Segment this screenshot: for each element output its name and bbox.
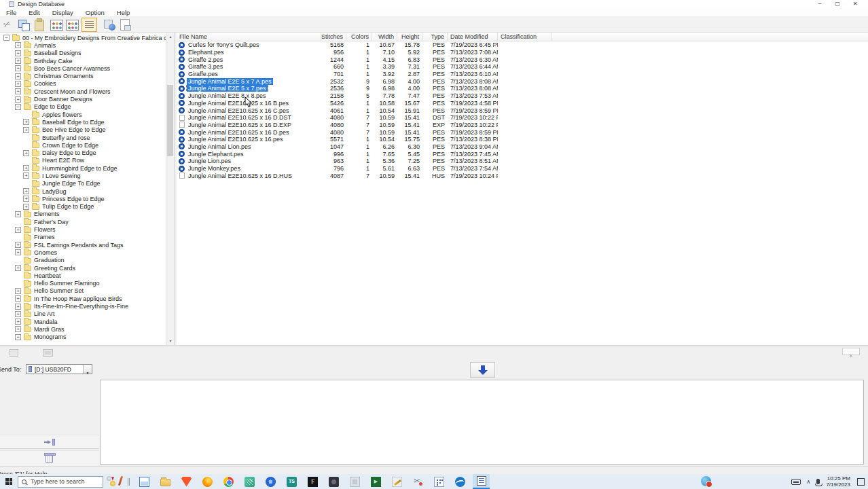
menu-option[interactable]: Option: [79, 9, 111, 16]
column-stitches[interactable]: Stitches: [321, 33, 346, 41]
menu-file[interactable]: File: [0, 9, 22, 16]
tree-item[interactable]: Butterfly and rose: [0, 134, 166, 141]
tree-item[interactable]: Cookies: [0, 80, 166, 88]
expand-toggle-icon[interactable]: [15, 242, 21, 248]
menu-help[interactable]: Help: [111, 9, 137, 16]
chrome-icon[interactable]: [220, 474, 237, 489]
file-row[interactable]: Jungle Monkey.pes 796 1 5.61 6.63 PES 7/…: [177, 165, 868, 173]
expand-toggle-icon[interactable]: [23, 150, 29, 156]
tree-item[interactable]: Line Art: [0, 310, 166, 318]
tree-item[interactable]: In The Hoop Raw applique Birds: [0, 295, 166, 302]
file-row[interactable]: Curles for Tony's Quilt.pes 5168 1 10.67…: [177, 41, 868, 49]
expand-toggle-icon[interactable]: [15, 96, 21, 103]
tree-item[interactable]: 00 - My Embroidery Designs From Creative…: [0, 34, 166, 41]
tree-item[interactable]: Crown Edge to Edge: [0, 141, 166, 149]
expand-toggle-icon[interactable]: [15, 50, 21, 56]
expand-toggle-icon[interactable]: [23, 204, 29, 210]
expand-toggle-icon[interactable]: [15, 319, 21, 325]
large-icons-view-icon[interactable]: [50, 20, 63, 31]
sewing-app-icon[interactable]: [452, 474, 469, 489]
expand-toggle-icon[interactable]: [15, 58, 21, 64]
stitch-app-icon[interactable]: [388, 474, 405, 489]
write-card-icon[interactable]: [10, 349, 18, 357]
cut-icon[interactable]: [2, 18, 15, 31]
expand-toggle-icon[interactable]: [15, 265, 21, 271]
tree-item[interactable]: Gnomes: [0, 249, 166, 256]
start-button[interactable]: [0, 474, 18, 489]
tree-item[interactable]: Door Banner Designs: [0, 95, 166, 103]
send-to-dropdown[interactable]: [D:] USB20FD: [26, 364, 92, 374]
embird-app-icon[interactable]: [431, 474, 448, 489]
ts-app-icon[interactable]: [283, 474, 300, 489]
scrollbar-thumb[interactable]: [167, 85, 173, 156]
expand-toggle-icon[interactable]: [15, 304, 21, 310]
file-row[interactable]: Jungle Animal E2E10.625 x 16 D.pes 4080 …: [177, 128, 868, 136]
expand-toggle-icon[interactable]: [15, 73, 21, 79]
tree-item[interactable]: Hello Summer Flamingo: [0, 280, 166, 287]
tree-item[interactable]: Frames: [0, 234, 166, 241]
details-view-icon[interactable]: [82, 18, 97, 32]
dropdown-arrow-icon[interactable]: [83, 365, 92, 374]
file-row[interactable]: Jungle Animal E2E 5 x 7 A.pes 2532 9 6.9…: [177, 77, 868, 85]
paste-icon[interactable]: [32, 18, 45, 31]
tree-item[interactable]: Christmas Ornaments: [0, 72, 166, 79]
network-globe-alert-icon[interactable]: [701, 476, 711, 486]
widgets-medal-icon[interactable]: [105, 475, 124, 488]
tree-item[interactable]: Tulip Edge to Edge: [0, 203, 166, 211]
tree-item[interactable]: Princess Edge to Edge: [0, 195, 166, 202]
expand-toggle-icon[interactable]: [15, 295, 21, 302]
expand-toggle-icon[interactable]: [3, 35, 10, 41]
tree-item[interactable]: FSL Earrings Pendants and Tags: [0, 241, 166, 249]
show-hidden-icons-chevron[interactable]: [807, 479, 811, 485]
expand-toggle-icon[interactable]: [23, 127, 29, 133]
expand-toggle-icon[interactable]: [23, 119, 29, 125]
tree-item[interactable]: I Love Sewing: [0, 172, 166, 179]
tree-item[interactable]: Jungle Edge To Edge: [0, 180, 166, 187]
file-row[interactable]: Jungle Animal E2E10.625 x 16 C.pes 4061 …: [177, 107, 868, 114]
tree-item[interactable]: Animals: [0, 41, 166, 49]
file-row[interactable]: Jungle Lion.pes 963 1 5.36 7.25 PES 7/13…: [177, 158, 868, 165]
column-width[interactable]: Width: [372, 33, 397, 41]
expand-toggle-icon[interactable]: [23, 173, 29, 179]
maximize-button[interactable]: [829, 0, 846, 7]
tree-item[interactable]: Daisy Edge to Edge: [0, 149, 166, 156]
tree-item[interactable]: Mandala: [0, 318, 166, 325]
send-to-device-button[interactable]: [0, 435, 98, 449]
scissors-app-icon[interactable]: [410, 474, 427, 489]
delete-button[interactable]: [0, 450, 98, 466]
taskbar-search-input[interactable]: Type here to search: [18, 476, 103, 488]
file-row[interactable]: Elephant.pes 956 1 7.10 5.92 PES 7/13/20…: [177, 49, 868, 56]
tree-item[interactable]: Greeting Cards: [0, 264, 166, 272]
menu-edit[interactable]: Edit: [22, 9, 46, 16]
expand-toggle-icon[interactable]: [15, 211, 21, 217]
brave-browser-icon[interactable]: [178, 474, 195, 489]
expand-toggle-icon[interactable]: [15, 288, 21, 294]
file-row[interactable]: Jungle Animal E2E10.625 x 16 D.EXP 4080 …: [177, 122, 868, 129]
column-classification[interactable]: Classification: [498, 33, 551, 41]
f-app-icon[interactable]: [304, 474, 321, 489]
blue-app-icon[interactable]: [262, 474, 279, 489]
expand-toggle-icon[interactable]: [15, 42, 21, 48]
send-down-button[interactable]: [470, 362, 495, 378]
minimize-button[interactable]: [811, 0, 829, 7]
tree-item[interactable]: Bee Hive Edge to Edge: [0, 126, 166, 134]
action-center-icon[interactable]: [857, 478, 865, 486]
expand-toggle-icon[interactable]: [23, 196, 29, 202]
touch-keyboard-icon[interactable]: [791, 479, 801, 485]
tree-item[interactable]: Heartbeat: [0, 272, 166, 279]
copy-icon[interactable]: [17, 18, 30, 31]
column-colors[interactable]: Colors: [346, 33, 372, 41]
small-icons-view-icon[interactable]: [66, 20, 79, 31]
tree-item[interactable]: Crescent Moon and Flowers: [0, 88, 166, 95]
tree-item[interactable]: Monograms: [0, 333, 166, 341]
expand-toggle-icon[interactable]: [15, 249, 21, 255]
send-queue-area[interactable]: [100, 380, 864, 465]
export-icon[interactable]: [118, 18, 131, 31]
video-app-icon[interactable]: [367, 474, 384, 489]
file-row[interactable]: Jungle Elephant.pes 996 1 7.65 5.45 PES …: [177, 150, 868, 158]
expand-toggle-icon[interactable]: [15, 104, 21, 110]
file-row[interactable]: Giraffe.pes 701 1 3.92 2.87 PES 7/13/202…: [177, 71, 868, 78]
expand-toggle-icon[interactable]: [15, 227, 21, 233]
tree-item[interactable]: Baseball Edge to Edge: [0, 118, 166, 126]
close-button[interactable]: [846, 0, 864, 7]
